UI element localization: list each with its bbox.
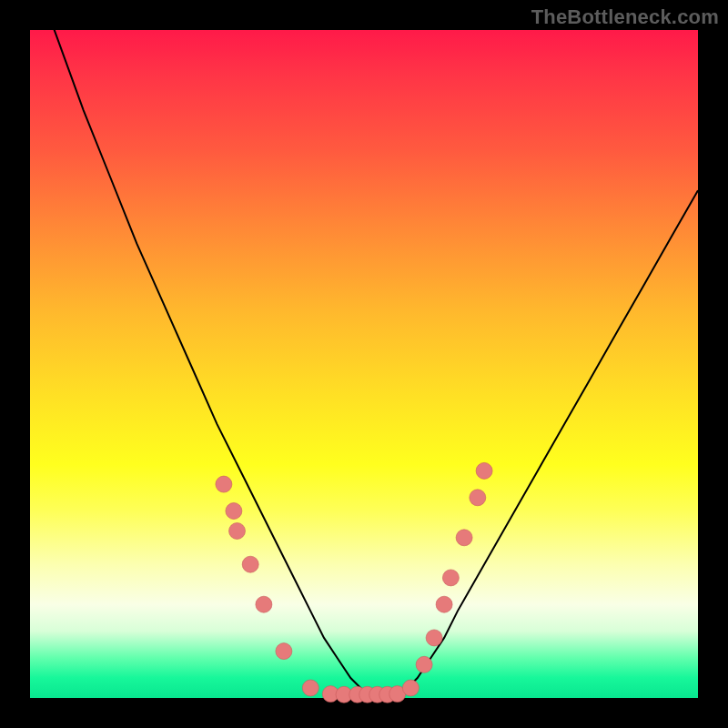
- data-marker: [229, 523, 246, 540]
- data-markers: [216, 462, 492, 703]
- bottleneck-curve: [30, 0, 698, 698]
- data-marker: [216, 476, 232, 492]
- data-marker: [476, 462, 492, 479]
- data-marker: [226, 503, 242, 520]
- curve-path: [30, 0, 698, 698]
- watermark-text: TheBottleneck.com: [531, 5, 719, 29]
- data-marker: [276, 643, 292, 660]
- gradient-plot-area: [30, 30, 698, 698]
- data-marker: [442, 570, 459, 586]
- data-marker: [402, 680, 419, 696]
- data-marker: [456, 530, 472, 546]
- data-marker: [242, 556, 258, 572]
- chart-frame: TheBottleneck.com: [0, 0, 728, 728]
- data-marker: [470, 490, 486, 506]
- data-marker: [436, 596, 452, 612]
- data-marker: [302, 680, 318, 696]
- data-marker: [416, 656, 432, 672]
- chart-overlay: [30, 30, 698, 698]
- data-marker: [256, 596, 272, 612]
- data-marker: [426, 630, 442, 646]
